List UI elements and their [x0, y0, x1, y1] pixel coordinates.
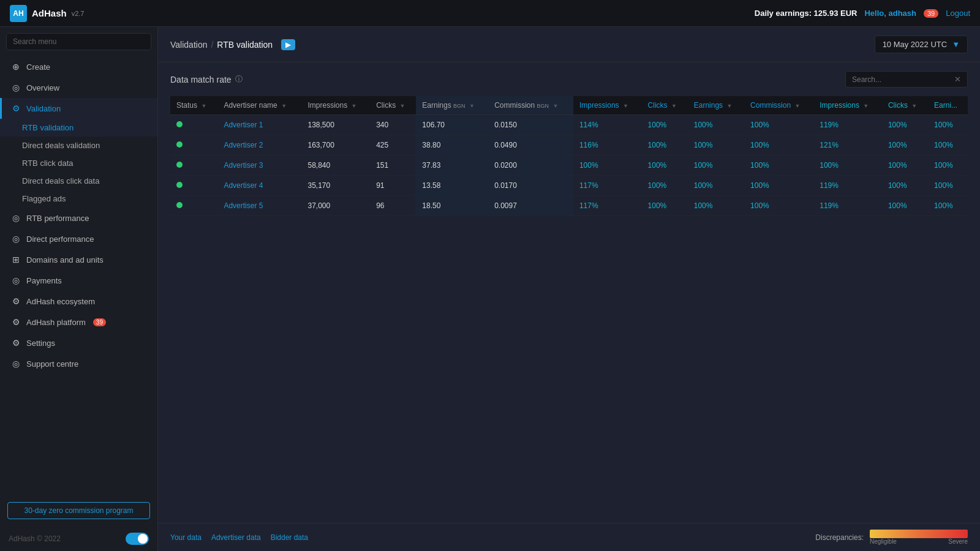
- clear-search-button[interactable]: ✕: [954, 75, 961, 84]
- table-cell-clicks_your: 96: [370, 196, 416, 216]
- table-cell-impressions_bidder: 121%: [813, 135, 882, 156]
- table-cell-earnings_adv: 100%: [688, 176, 744, 196]
- table-row: Advertiser 358,84015137.830.0200100%100%…: [170, 156, 968, 176]
- table-cell-earnings_your: 106.70: [416, 115, 488, 135]
- table-cell-advertiser_name: Advertiser 2: [217, 135, 301, 156]
- discrepancies-scale: Negligible Severe: [870, 538, 968, 545]
- sidebar-sub-rtb-click-data[interactable]: RTB click data: [0, 154, 157, 172]
- table-cell-commission_your: 0.0097: [488, 196, 573, 216]
- sidebar-item-rtb-performance[interactable]: ◎ RTB performance: [0, 208, 157, 228]
- sidebar-sub-rtb-validation[interactable]: RTB validation: [0, 119, 157, 137]
- logo-version: v2.7: [72, 10, 85, 17]
- advertiser-link[interactable]: Advertiser 2: [224, 141, 263, 149]
- table-cell-impressions_your: 58,840: [301, 156, 370, 176]
- sidebar-item-validation[interactable]: ⚙ Validation: [0, 98, 157, 119]
- data-match-title: Data match rate ⓘ: [170, 74, 243, 84]
- col-commission-your[interactable]: Commission BGN ▼: [488, 96, 573, 115]
- platform-icon: ⚙: [10, 317, 21, 327]
- table-cell-impressions_your: 37,000: [301, 196, 370, 216]
- col-earnings-adv[interactable]: Earnings ▼: [688, 96, 744, 115]
- notification-badge[interactable]: 39: [924, 9, 938, 18]
- header-right: Daily earnings: 125.93 EUR Hello, adhash…: [755, 9, 970, 18]
- advertiser-link[interactable]: Advertiser 1: [224, 121, 263, 129]
- support-icon: ◎: [10, 359, 21, 369]
- advertiser-data-tab[interactable]: Advertiser data: [211, 533, 261, 542]
- table-cell-commission_adv: 100%: [744, 115, 813, 135]
- sidebar-item-settings[interactable]: ⚙ Settings: [0, 332, 157, 353]
- sidebar-item-create[interactable]: ⊕ Create: [0, 56, 157, 77]
- table-cell-commission_adv: 100%: [744, 196, 813, 216]
- sidebar-item-adhash-ecosystem[interactable]: ⚙ AdHash ecosystem: [0, 291, 157, 312]
- logout-button[interactable]: Logout: [946, 9, 970, 18]
- table-cell-status: [170, 196, 217, 216]
- daily-earnings: Daily earnings: 125.93 EUR: [755, 9, 858, 18]
- advertiser-link[interactable]: Advertiser 5: [224, 201, 263, 210]
- sidebar-item-support[interactable]: ◎ Support centre: [0, 353, 157, 374]
- col-advertiser-name[interactable]: Advertiser name ▼: [217, 96, 301, 115]
- col-earnings-your[interactable]: Earnings BGN ▼: [416, 96, 488, 115]
- search-box[interactable]: ✕: [845, 71, 968, 88]
- rtb-performance-icon: ◎: [10, 213, 21, 223]
- col-impressions-your[interactable]: Impressions ▼: [301, 96, 370, 115]
- sidebar-item-adhash-platform[interactable]: ⚙ AdHash platform 39: [0, 312, 157, 332]
- sidebar-sub-flagged-ads[interactable]: Flagged ads: [0, 190, 157, 208]
- status-dot: [176, 182, 183, 188]
- sidebar-sub-direct-deals-click-data[interactable]: Direct deals click data: [0, 172, 157, 190]
- your-data-tab[interactable]: Your data: [170, 533, 202, 542]
- sidebar-sub-direct-deals-validation[interactable]: Direct deals validation: [0, 137, 157, 154]
- sidebar-item-domains-ad-units[interactable]: ⊞ Domains and ad units: [0, 249, 157, 270]
- breadcrumb-sep: /: [211, 40, 213, 50]
- table-cell-status: [170, 156, 217, 176]
- ecosystem-icon: ⚙: [10, 296, 21, 306]
- search-input[interactable]: [852, 75, 951, 84]
- discrepancies-gradient: [870, 530, 968, 538]
- sidebar-item-overview[interactable]: ◎ Overview: [0, 77, 157, 98]
- play-button[interactable]: ▶: [281, 39, 295, 50]
- sidebar-item-label: Support centre: [26, 359, 78, 369]
- username: adhash: [888, 9, 916, 18]
- sidebar-item-direct-performance[interactable]: ◎ Direct performance: [0, 228, 157, 249]
- col-clicks-your[interactable]: Clicks ▼: [370, 96, 416, 115]
- table-cell-clicks_your: 425: [370, 135, 416, 156]
- sidebar-item-label: RTB performance: [26, 214, 89, 223]
- validation-icon: ⚙: [10, 103, 21, 113]
- sort-icon: ▼: [399, 103, 405, 109]
- sort-icon: ▼: [201, 103, 206, 109]
- platform-badge: 39: [93, 318, 106, 326]
- table-cell-impressions_bidder: 119%: [813, 196, 882, 216]
- table-cell-earnings_your: 13.58: [416, 176, 488, 196]
- col-impressions-bidder[interactable]: Impressions ▼: [813, 96, 882, 115]
- footer-text: AdHash © 2022: [9, 534, 61, 543]
- advertiser-link[interactable]: Advertiser 4: [224, 181, 263, 190]
- toggle-switch[interactable]: [126, 533, 149, 545]
- main-content: Validation / RTB validation ▶ 10 May 202…: [158, 27, 980, 551]
- sort-icon: ▼: [726, 103, 732, 109]
- table-cell-earnings_bidder: 100%: [928, 176, 968, 196]
- sidebar-item-label: Overview: [26, 83, 59, 92]
- col-clicks-bidder[interactable]: Clicks ▼: [882, 96, 928, 115]
- col-commission-adv[interactable]: Commission ▼: [744, 96, 813, 115]
- status-dot: [176, 202, 183, 208]
- bidder-data-tab[interactable]: Bidder data: [271, 533, 308, 542]
- table-cell-clicks_bidder: 100%: [882, 176, 928, 196]
- sidebar-item-payments[interactable]: ◎ Payments: [0, 270, 157, 291]
- col-status[interactable]: Status ▼: [170, 96, 217, 115]
- table-cell-commission_adv: 100%: [744, 135, 813, 156]
- search-menu[interactable]: Search menu: [6, 33, 151, 50]
- zero-commission-button[interactable]: 30-day zero commission program: [7, 502, 150, 519]
- sidebar-footer: AdHash © 2022: [0, 527, 157, 551]
- sidebar-bottom: 30-day zero commission program: [0, 495, 157, 527]
- advertiser-link[interactable]: Advertiser 3: [224, 161, 263, 170]
- col-earnings-bidder[interactable]: Earni...: [928, 96, 968, 115]
- sort-icon: ▼: [469, 103, 475, 109]
- date-selector[interactable]: 10 May 2022 UTC ▼: [875, 36, 968, 53]
- table-cell-earnings_your: 18.50: [416, 196, 488, 216]
- sidebar-item-label: Create: [26, 62, 50, 72]
- col-impressions-adv[interactable]: Impressions ▼: [573, 96, 642, 115]
- create-icon: ⊕: [10, 62, 21, 72]
- discrepancies-label: Discrepancies:: [815, 533, 864, 542]
- table-cell-clicks_bidder: 100%: [882, 156, 928, 176]
- col-clicks-adv[interactable]: Clicks ▼: [642, 96, 688, 115]
- table-cell-impressions_bidder: 119%: [813, 115, 882, 135]
- table-cell-status: [170, 176, 217, 196]
